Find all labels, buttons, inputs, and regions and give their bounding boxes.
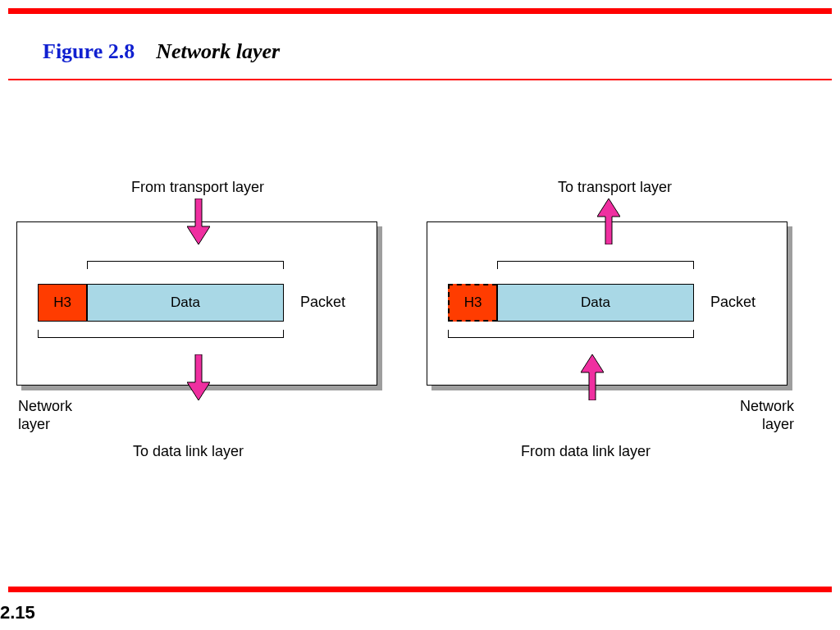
right-top-label: To transport layer <box>558 179 672 196</box>
figure-title: Network layer <box>156 39 280 63</box>
arrow-up-icon <box>581 354 604 400</box>
figure-number: Figure 2.8 <box>43 39 135 63</box>
right-packet: H3 Data <box>448 284 694 322</box>
arrow-down-icon <box>187 199 210 244</box>
network-layer-diagram: From transport layer H3 Data Packet Netw… <box>16 164 820 492</box>
left-packet-label: Packet <box>300 294 345 311</box>
left-top-bracket <box>87 261 284 269</box>
figure-heading: Figure 2.8 Network layer <box>43 39 280 64</box>
right-bottom-bracket <box>448 330 694 338</box>
bottom-rule-thick <box>8 587 832 592</box>
right-h3-header: H3 <box>448 284 497 322</box>
title-underline <box>8 79 832 80</box>
left-layer-line2: layer <box>18 416 50 432</box>
right-top-bracket <box>497 261 694 269</box>
left-h3-header: H3 <box>38 284 87 322</box>
left-bottom-label: To data link layer <box>133 443 244 460</box>
right-layer-line1: Network <box>740 398 794 414</box>
left-layer-line1: Network <box>18 398 72 414</box>
arrow-down-icon <box>187 354 210 400</box>
left-bottom-bracket <box>38 330 284 338</box>
right-bottom-label: From data link layer <box>521 443 651 460</box>
page-number: 2.15 <box>0 602 35 623</box>
right-layer-line2: layer <box>762 416 794 432</box>
right-data-field: Data <box>497 284 694 322</box>
right-layer-label: Network layer <box>740 397 794 433</box>
top-rule-thick <box>8 8 832 14</box>
left-packet: H3 Data <box>38 284 284 322</box>
arrow-up-icon <box>597 199 620 244</box>
left-data-field: Data <box>87 284 284 322</box>
left-layer-label: Network layer <box>18 397 72 433</box>
left-top-label: From transport layer <box>131 179 264 196</box>
right-packet-label: Packet <box>710 294 756 311</box>
